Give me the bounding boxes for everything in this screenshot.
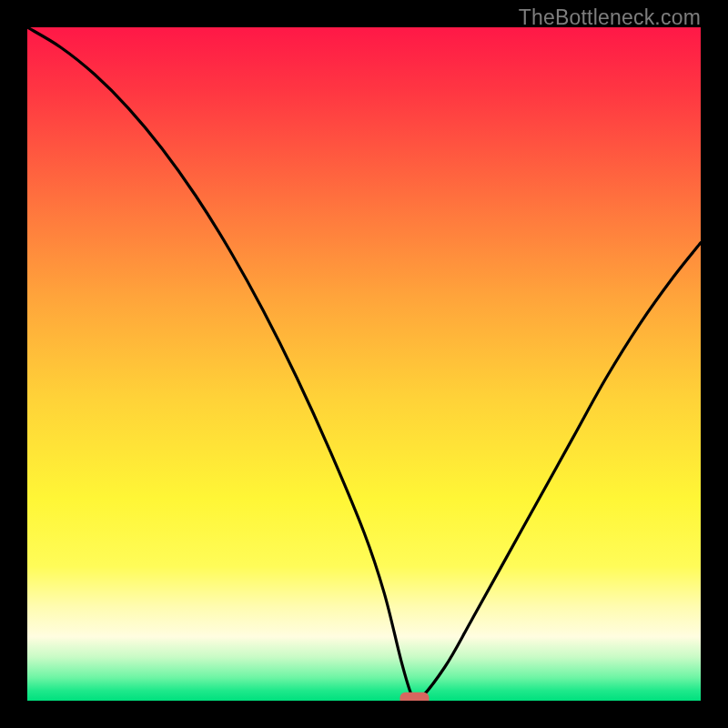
gradient-background — [27, 27, 701, 701]
watermark-text: TheBottleneck.com — [519, 5, 701, 30]
chart-canvas — [27, 27, 701, 701]
plot-area — [27, 27, 701, 701]
chart-frame: TheBottleneck.com — [0, 0, 728, 728]
minimum-marker — [400, 693, 430, 701]
